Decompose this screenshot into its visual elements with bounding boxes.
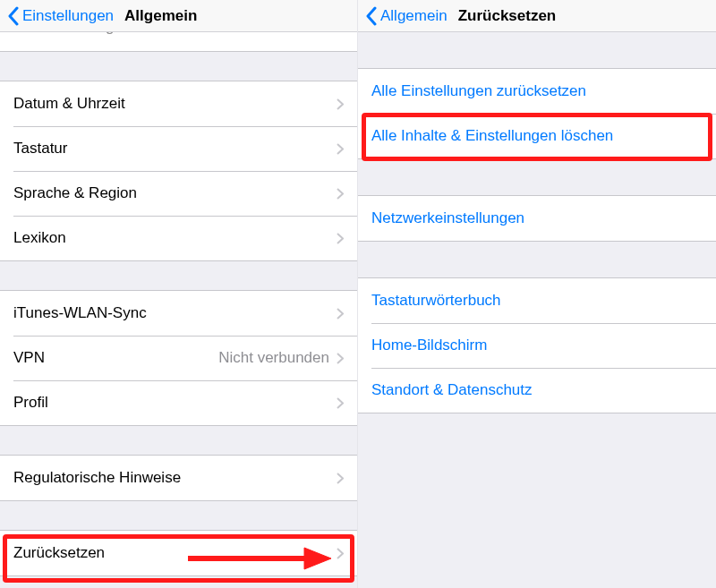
back-button[interactable]: Allgemein — [365, 6, 448, 26]
chevron-right-icon — [337, 548, 344, 559]
group-reset-misc: Tastaturwörterbuch Home-Bildschirm Stand… — [358, 277, 716, 413]
chevron-right-icon — [337, 353, 344, 364]
row-label: Tastatur — [13, 140, 337, 158]
row-restrictions-peek[interactable]: Einschränkungen Aus — [0, 32, 357, 52]
row-label: Datum & Uhrzeit — [13, 95, 337, 113]
row-itunes-wlan-sync[interactable]: iTunes-WLAN-Sync — [0, 291, 357, 336]
back-button[interactable]: Einstellungen — [7, 6, 114, 26]
group-reset-network: Netzwerkeinstellungen — [358, 195, 716, 242]
chevron-right-icon — [337, 233, 344, 244]
row-label: Einschränkungen — [13, 32, 311, 36]
chevron-right-icon — [337, 98, 344, 110]
row-label: Standort & Datenschutz — [371, 381, 703, 399]
row-zuruecksetzen[interactable]: Zurücksetzen — [0, 531, 357, 575]
row-alle-inhalte-loeschen[interactable]: Alle Inhalte & Einstellungen löschen — [358, 114, 716, 158]
chevron-left-icon — [7, 6, 19, 26]
row-label: Netzwerkeinstellungen — [371, 209, 703, 227]
chevron-left-icon — [365, 6, 377, 26]
row-detail: Nicht verbunden — [218, 349, 329, 367]
row-datum-uhrzeit[interactable]: Datum & Uhrzeit — [0, 81, 357, 126]
back-label: Einstellungen — [22, 7, 114, 25]
group-reset-all: Alle Einstellungen zurücksetzen Alle Inh… — [358, 68, 716, 159]
row-sprache-region[interactable]: Sprache & Region — [0, 171, 357, 216]
chevron-right-icon — [337, 188, 344, 200]
row-alle-einstellungen-zuruecksetzen[interactable]: Alle Einstellungen zurücksetzen — [358, 69, 716, 114]
back-label: Allgemein — [380, 7, 448, 25]
row-lexikon[interactable]: Lexikon — [0, 216, 357, 260]
chevron-right-icon — [337, 397, 344, 409]
row-label: iTunes-WLAN-Sync — [13, 304, 337, 322]
chevron-right-icon — [337, 308, 344, 320]
settings-general-pane: Einstellungen Allgemein Einschränkungen … — [0, 0, 358, 588]
row-detail: Aus — [311, 32, 337, 36]
chevron-right-icon — [337, 143, 344, 155]
row-label: Lexikon — [13, 229, 337, 247]
row-netzwerkeinstellungen[interactable]: Netzwerkeinstellungen — [358, 196, 716, 241]
row-standort-datenschutz[interactable]: Standort & Datenschutz — [358, 368, 716, 413]
row-label: Profil — [13, 394, 337, 412]
row-label: Alle Einstellungen zurücksetzen — [371, 82, 703, 100]
settings-reset-pane: Allgemein Zurücksetzen Alle Einstellunge… — [358, 0, 716, 588]
page-title: Allgemein — [124, 7, 197, 25]
row-label: Tastaturwörterbuch — [371, 292, 703, 310]
row-label: VPN — [13, 349, 218, 367]
row-regulatorische-hinweise[interactable]: Regulatorische Hinweise — [0, 456, 357, 500]
row-label: Sprache & Region — [13, 184, 337, 202]
row-tastaturwoerterbuch[interactable]: Tastaturwörterbuch — [358, 278, 716, 323]
group-datetime: Datum & Uhrzeit Tastatur Sprache & Regio… — [0, 81, 357, 261]
row-label: Regulatorische Hinweise — [13, 469, 337, 487]
page-title: Zurücksetzen — [458, 7, 557, 25]
row-tastatur[interactable]: Tastatur — [0, 126, 357, 171]
group-regulatory: Regulatorische Hinweise — [0, 455, 357, 501]
row-vpn[interactable]: VPN Nicht verbunden — [0, 336, 357, 380]
navbar: Allgemein Zurücksetzen — [358, 0, 716, 32]
chevron-right-icon — [337, 473, 344, 484]
row-profil[interactable]: Profil — [0, 380, 357, 425]
row-home-bildschirm[interactable]: Home-Bildschirm — [358, 323, 716, 368]
row-label: Home-Bildschirm — [371, 337, 703, 354]
group-reset: Zurücksetzen — [0, 530, 357, 576]
group-sync: iTunes-WLAN-Sync VPN Nicht verbunden Pro… — [0, 290, 357, 426]
row-label: Zurücksetzen — [13, 544, 337, 562]
row-label: Alle Inhalte & Einstellungen löschen — [371, 127, 703, 145]
navbar: Einstellungen Allgemein — [0, 0, 357, 32]
